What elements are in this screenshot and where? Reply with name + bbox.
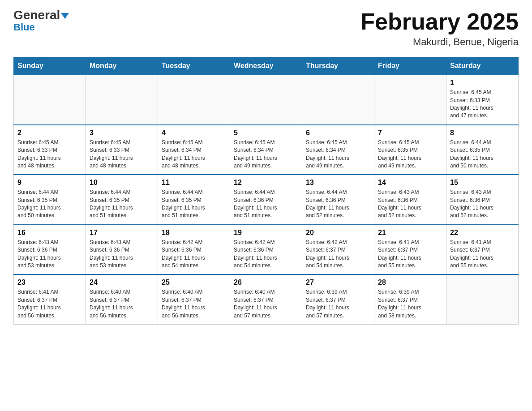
day-info: Sunrise: 6:43 AM Sunset: 6:36 PM Dayligh… (378, 188, 442, 220)
calendar-cell (230, 75, 302, 125)
calendar-cell: 3Sunrise: 6:45 AM Sunset: 6:33 PM Daylig… (86, 125, 158, 175)
calendar-cell: 28Sunrise: 6:39 AM Sunset: 6:37 PM Dayli… (374, 274, 446, 324)
calendar-cell (158, 75, 230, 125)
calendar-cell: 16Sunrise: 6:43 AM Sunset: 6:36 PM Dayli… (14, 225, 86, 275)
calendar-cell: 12Sunrise: 6:44 AM Sunset: 6:36 PM Dayli… (230, 175, 302, 225)
day-number: 11 (162, 179, 226, 187)
day-number: 19 (234, 229, 298, 237)
day-info: Sunrise: 6:44 AM Sunset: 6:35 PM Dayligh… (90, 188, 154, 220)
day-info: Sunrise: 6:39 AM Sunset: 6:37 PM Dayligh… (378, 288, 442, 320)
week-row-1: 1Sunrise: 6:45 AM Sunset: 6:33 PM Daylig… (14, 75, 519, 125)
day-number: 26 (234, 278, 298, 287)
week-row-3: 9Sunrise: 6:44 AM Sunset: 6:35 PM Daylig… (14, 175, 519, 225)
day-info: Sunrise: 6:41 AM Sunset: 6:37 PM Dayligh… (450, 239, 515, 270)
day-info: Sunrise: 6:40 AM Sunset: 6:37 PM Dayligh… (162, 288, 226, 320)
day-info: Sunrise: 6:45 AM Sunset: 6:35 PM Dayligh… (378, 139, 442, 170)
calendar-title: February 2025 (360, 9, 519, 34)
day-number: 25 (162, 278, 226, 287)
day-number: 16 (17, 229, 82, 237)
calendar-cell (86, 75, 158, 125)
calendar-subtitle: Makurdi, Benue, Nigeria (360, 36, 519, 48)
calendar-cell: 26Sunrise: 6:40 AM Sunset: 6:37 PM Dayli… (230, 274, 302, 324)
day-number: 17 (90, 229, 154, 237)
calendar-cell: 19Sunrise: 6:42 AM Sunset: 6:36 PM Dayli… (230, 225, 302, 275)
calendar-cell: 4Sunrise: 6:45 AM Sunset: 6:34 PM Daylig… (158, 125, 230, 175)
day-number: 5 (234, 129, 298, 137)
calendar-cell: 14Sunrise: 6:43 AM Sunset: 6:36 PM Dayli… (374, 175, 446, 225)
calendar-cell: 10Sunrise: 6:44 AM Sunset: 6:35 PM Dayli… (86, 175, 158, 225)
calendar-cell: 9Sunrise: 6:44 AM Sunset: 6:35 PM Daylig… (14, 175, 86, 225)
logo-general: General (13, 9, 69, 21)
day-info: Sunrise: 6:39 AM Sunset: 6:37 PM Dayligh… (306, 288, 370, 320)
day-info: Sunrise: 6:40 AM Sunset: 6:37 PM Dayligh… (90, 288, 154, 320)
title-area: February 2025 Makurdi, Benue, Nigeria (360, 9, 519, 48)
calendar-cell: 21Sunrise: 6:41 AM Sunset: 6:37 PM Dayli… (374, 225, 446, 275)
day-info: Sunrise: 6:45 AM Sunset: 6:33 PM Dayligh… (90, 139, 154, 170)
week-row-5: 23Sunrise: 6:41 AM Sunset: 6:37 PM Dayli… (14, 274, 519, 324)
day-info: Sunrise: 6:44 AM Sunset: 6:35 PM Dayligh… (162, 188, 226, 220)
day-info: Sunrise: 6:44 AM Sunset: 6:36 PM Dayligh… (306, 188, 370, 220)
day-number: 23 (17, 278, 82, 287)
calendar-cell: 7Sunrise: 6:45 AM Sunset: 6:35 PM Daylig… (374, 125, 446, 175)
day-info: Sunrise: 6:45 AM Sunset: 6:34 PM Dayligh… (234, 139, 298, 170)
day-info: Sunrise: 6:42 AM Sunset: 6:37 PM Dayligh… (306, 239, 370, 270)
calendar-cell (446, 274, 519, 324)
logo: General Blue (13, 9, 69, 33)
day-number: 20 (306, 229, 370, 237)
day-number: 2 (17, 129, 82, 137)
calendar-cell: 15Sunrise: 6:43 AM Sunset: 6:36 PM Dayli… (446, 175, 519, 225)
calendar-cell: 8Sunrise: 6:44 AM Sunset: 6:35 PM Daylig… (446, 125, 519, 175)
calendar-cell: 11Sunrise: 6:44 AM Sunset: 6:35 PM Dayli… (158, 175, 230, 225)
day-info: Sunrise: 6:45 AM Sunset: 6:33 PM Dayligh… (17, 139, 82, 170)
calendar-cell: 2Sunrise: 6:45 AM Sunset: 6:33 PM Daylig… (14, 125, 86, 175)
day-number: 21 (378, 229, 442, 237)
week-row-4: 16Sunrise: 6:43 AM Sunset: 6:36 PM Dayli… (14, 225, 519, 275)
day-info: Sunrise: 6:41 AM Sunset: 6:37 PM Dayligh… (17, 288, 82, 320)
header-row: SundayMondayTuesdayWednesdayThursdayFrid… (14, 57, 519, 75)
day-info: Sunrise: 6:43 AM Sunset: 6:36 PM Dayligh… (90, 239, 154, 270)
day-info: Sunrise: 6:43 AM Sunset: 6:36 PM Dayligh… (17, 239, 82, 270)
column-header-sunday: Sunday (14, 57, 86, 75)
day-number: 13 (306, 179, 370, 187)
day-info: Sunrise: 6:45 AM Sunset: 6:33 PM Dayligh… (450, 89, 515, 120)
day-number: 18 (162, 229, 226, 237)
calendar-table: SundayMondayTuesdayWednesdayThursdayFrid… (13, 57, 519, 325)
calendar-cell: 1Sunrise: 6:45 AM Sunset: 6:33 PM Daylig… (446, 75, 519, 125)
day-number: 8 (450, 129, 515, 137)
column-header-saturday: Saturday (446, 57, 519, 75)
day-number: 9 (17, 179, 82, 187)
day-number: 10 (90, 179, 154, 187)
calendar-cell: 20Sunrise: 6:42 AM Sunset: 6:37 PM Dayli… (302, 225, 374, 275)
day-info: Sunrise: 6:45 AM Sunset: 6:34 PM Dayligh… (306, 139, 370, 170)
day-number: 15 (450, 179, 515, 187)
calendar-cell: 18Sunrise: 6:42 AM Sunset: 6:36 PM Dayli… (158, 225, 230, 275)
day-info: Sunrise: 6:45 AM Sunset: 6:34 PM Dayligh… (162, 139, 226, 170)
calendar-cell (302, 75, 374, 125)
day-number: 27 (306, 278, 370, 287)
calendar-cell: 5Sunrise: 6:45 AM Sunset: 6:34 PM Daylig… (230, 125, 302, 175)
calendar-cell: 25Sunrise: 6:40 AM Sunset: 6:37 PM Dayli… (158, 274, 230, 324)
day-info: Sunrise: 6:40 AM Sunset: 6:37 PM Dayligh… (234, 288, 298, 320)
column-header-thursday: Thursday (302, 57, 374, 75)
day-number: 28 (378, 278, 442, 287)
calendar-cell: 22Sunrise: 6:41 AM Sunset: 6:37 PM Dayli… (446, 225, 519, 275)
day-number: 24 (90, 278, 154, 287)
day-number: 12 (234, 179, 298, 187)
column-header-friday: Friday (374, 57, 446, 75)
column-header-wednesday: Wednesday (230, 57, 302, 75)
logo-blue: Blue (13, 21, 35, 33)
day-number: 3 (90, 129, 154, 137)
day-info: Sunrise: 6:44 AM Sunset: 6:36 PM Dayligh… (234, 188, 298, 220)
week-row-2: 2Sunrise: 6:45 AM Sunset: 6:33 PM Daylig… (14, 125, 519, 175)
day-info: Sunrise: 6:44 AM Sunset: 6:35 PM Dayligh… (17, 188, 82, 220)
calendar-cell: 17Sunrise: 6:43 AM Sunset: 6:36 PM Dayli… (86, 225, 158, 275)
column-header-monday: Monday (86, 57, 158, 75)
page-header: General Blue February 2025 Makurdi, Benu… (13, 9, 519, 48)
column-header-tuesday: Tuesday (158, 57, 230, 75)
calendar-cell (14, 75, 86, 125)
day-info: Sunrise: 6:42 AM Sunset: 6:36 PM Dayligh… (162, 239, 226, 270)
day-info: Sunrise: 6:41 AM Sunset: 6:37 PM Dayligh… (378, 239, 442, 270)
day-number: 14 (378, 179, 442, 187)
calendar-cell: 13Sunrise: 6:44 AM Sunset: 6:36 PM Dayli… (302, 175, 374, 225)
day-number: 22 (450, 229, 515, 237)
